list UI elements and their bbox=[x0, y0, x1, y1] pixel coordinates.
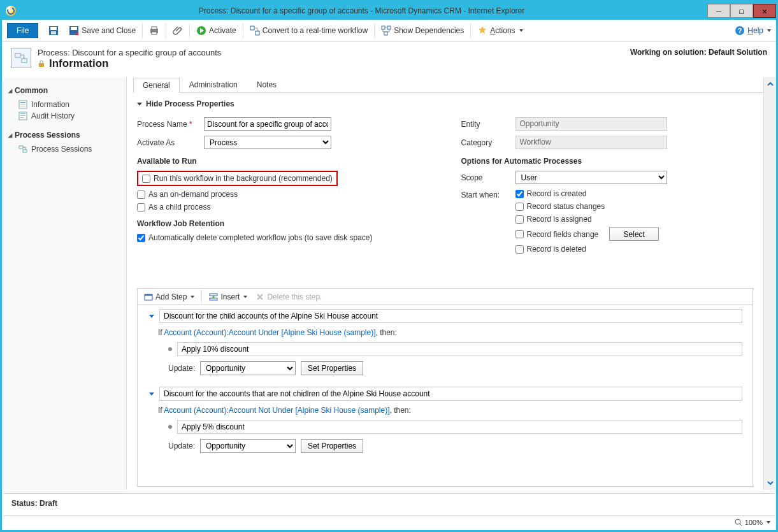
show-dependencies-button[interactable]: Show Dependencies bbox=[376, 25, 469, 36]
svg-text:?: ? bbox=[738, 27, 742, 34]
actions-menu[interactable]: Actions bbox=[472, 25, 528, 36]
browser-status-bar: 100% bbox=[4, 515, 774, 528]
step2-update-select[interactable]: Opportunity bbox=[200, 439, 296, 453]
print-button[interactable] bbox=[144, 25, 164, 36]
expand-icon[interactable] bbox=[149, 392, 154, 396]
step1-set-properties-button[interactable]: Set Properties bbox=[301, 361, 363, 375]
category-label: Category bbox=[461, 138, 515, 147]
svg-rect-27 bbox=[19, 146, 23, 148]
step2-title-input[interactable] bbox=[159, 387, 742, 401]
run-background-checkbox[interactable] bbox=[142, 175, 150, 183]
process-name-label: Process Name bbox=[137, 120, 187, 129]
svg-rect-2 bbox=[51, 31, 56, 34]
activate-as-label: Activate As bbox=[137, 138, 204, 147]
activate-as-select[interactable]: Process bbox=[204, 136, 331, 149]
tab-notes[interactable]: Notes bbox=[247, 77, 286, 92]
on-demand-checkbox[interactable] bbox=[137, 191, 145, 199]
scope-label: Scope bbox=[461, 173, 515, 182]
vertical-scrollbar[interactable] bbox=[763, 77, 776, 490]
bullet-icon bbox=[168, 347, 172, 351]
scroll-up-icon[interactable] bbox=[766, 80, 775, 89]
svg-rect-24 bbox=[20, 113, 25, 114]
available-to-run-label: Available to Run bbox=[137, 157, 429, 166]
attach-button[interactable] bbox=[168, 25, 188, 36]
close-button[interactable]: ✕ bbox=[753, 4, 776, 18]
expand-icon[interactable] bbox=[149, 315, 154, 318]
svg-rect-26 bbox=[20, 117, 24, 118]
step2-action-input[interactable] bbox=[177, 420, 742, 434]
print-icon bbox=[149, 25, 159, 36]
record-assigned-checkbox[interactable] bbox=[515, 215, 524, 224]
scope-select[interactable]: User bbox=[515, 171, 667, 184]
process-name-input[interactable] bbox=[204, 117, 331, 131]
help-menu[interactable]: ? Help bbox=[735, 25, 771, 36]
svg-rect-25 bbox=[20, 115, 25, 116]
record-status-checkbox[interactable] bbox=[515, 203, 524, 211]
entity-label: Entity bbox=[461, 120, 515, 129]
tab-general[interactable]: General bbox=[133, 78, 180, 93]
options-label: Options for Automatic Processes bbox=[461, 157, 754, 166]
dependencies-icon bbox=[381, 25, 391, 36]
convert-button[interactable]: Convert to a real-time workflow bbox=[245, 25, 373, 36]
svg-rect-13 bbox=[384, 32, 387, 35]
svg-rect-32 bbox=[210, 298, 217, 300]
svg-rect-17 bbox=[22, 59, 27, 62]
status-text: Status: Draft bbox=[11, 499, 57, 508]
maximize-button[interactable]: ◻ bbox=[730, 4, 753, 18]
step1-update-select[interactable]: Opportunity bbox=[200, 361, 296, 375]
delete-step-button: Delete this step. bbox=[253, 292, 324, 301]
zoom-caret-icon[interactable] bbox=[767, 521, 770, 524]
category-field: Workflow bbox=[515, 136, 667, 149]
minimize-button[interactable]: — bbox=[707, 4, 730, 18]
step1-action-input[interactable] bbox=[177, 342, 742, 356]
step1-condition-link[interactable]: Account (Account):Account Under [Alpine … bbox=[164, 328, 375, 337]
on-demand-label: As an on-demand process bbox=[148, 190, 238, 199]
select-fields-button[interactable]: Select bbox=[609, 227, 659, 241]
svg-rect-16 bbox=[15, 54, 20, 57]
nav-section-common[interactable]: Common bbox=[8, 86, 120, 95]
paperclip-icon bbox=[173, 25, 183, 36]
svg-rect-31 bbox=[210, 294, 217, 296]
nav-section-sessions[interactable]: Process Sessions bbox=[8, 131, 120, 140]
auto-delete-checkbox[interactable] bbox=[137, 234, 145, 242]
add-step-menu[interactable]: Add Step bbox=[141, 292, 197, 301]
step1-title-input[interactable] bbox=[159, 309, 742, 323]
save-button[interactable] bbox=[43, 25, 64, 36]
scroll-down-icon[interactable] bbox=[766, 478, 775, 487]
save-and-close-button[interactable]: Save and Close bbox=[64, 25, 141, 36]
activate-button[interactable]: Activate bbox=[191, 25, 241, 36]
ie-icon bbox=[6, 6, 16, 16]
insert-menu[interactable]: Insert bbox=[206, 292, 250, 301]
record-deleted-label: Record is deleted bbox=[527, 245, 586, 254]
nav-process-sessions[interactable]: Process Sessions bbox=[8, 143, 120, 155]
run-background-highlight: Run this workflow in the background (rec… bbox=[137, 171, 338, 186]
nav-information[interactable]: Information bbox=[8, 99, 120, 110]
record-deleted-checkbox[interactable] bbox=[515, 245, 524, 254]
child-process-checkbox[interactable] bbox=[137, 203, 145, 212]
record-assigned-label: Record is assigned bbox=[527, 215, 592, 224]
tab-administration[interactable]: Administration bbox=[180, 77, 247, 92]
delete-icon bbox=[256, 292, 264, 301]
activate-icon bbox=[196, 25, 206, 36]
update-label: Update: bbox=[168, 364, 195, 373]
add-step-icon bbox=[144, 292, 153, 301]
svg-rect-12 bbox=[387, 26, 391, 29]
header-supertitle: Process: Discount for a specific group o… bbox=[38, 48, 221, 57]
record-status-label: Record status changes bbox=[527, 202, 605, 211]
record-created-checkbox[interactable] bbox=[515, 190, 524, 198]
step2-condition-link[interactable]: Account (Account):Account Not Under [Alp… bbox=[164, 406, 389, 415]
svg-rect-9 bbox=[250, 26, 254, 30]
record-fields-checkbox[interactable] bbox=[515, 230, 524, 238]
zoom-icon[interactable] bbox=[735, 519, 742, 526]
bullet-icon bbox=[168, 425, 172, 429]
nav-audit-history[interactable]: Audit History bbox=[8, 110, 120, 122]
svg-rect-1 bbox=[50, 27, 57, 30]
insert-icon bbox=[209, 292, 218, 301]
step2-set-properties-button[interactable]: Set Properties bbox=[301, 439, 363, 453]
hide-process-properties-toggle[interactable]: Hide Process Properties bbox=[137, 99, 753, 108]
svg-rect-30 bbox=[145, 294, 152, 296]
record-created-label: Record is created bbox=[527, 189, 587, 198]
actions-icon bbox=[477, 25, 487, 36]
file-menu[interactable]: File bbox=[7, 23, 38, 38]
svg-rect-10 bbox=[256, 31, 259, 35]
